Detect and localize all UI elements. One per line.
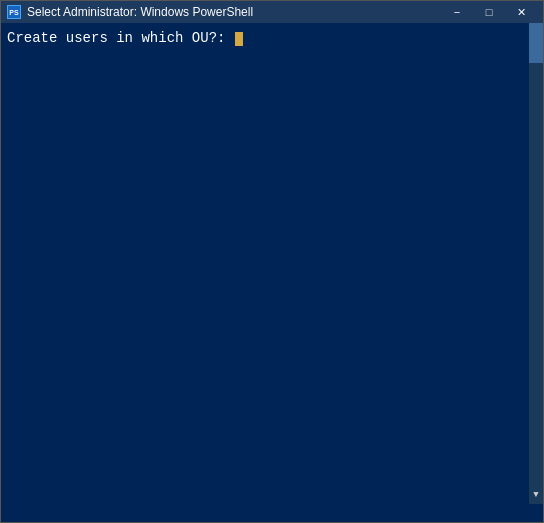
app-icon: PS [7, 5, 21, 19]
scrollbar-thumb[interactable] [529, 23, 543, 63]
powershell-window: PS Select Administrator: Windows PowerSh… [0, 0, 544, 523]
console-body[interactable]: Create users in which OU?: ▼ [1, 23, 543, 522]
ps-icon-badge: PS [7, 5, 21, 19]
cursor-block [235, 32, 243, 46]
prompt-line: Create users in which OU?: [7, 30, 234, 46]
close-button[interactable]: ✕ [505, 1, 537, 23]
console-output: Create users in which OU?: [3, 27, 541, 49]
minimize-button[interactable]: − [441, 1, 473, 23]
window-controls: − □ ✕ [441, 1, 537, 23]
scrollbar[interactable]: ▼ [529, 23, 543, 504]
scrollbar-down-button[interactable]: ▼ [529, 486, 543, 504]
maximize-button[interactable]: □ [473, 1, 505, 23]
window-title: Select Administrator: Windows PowerShell [27, 5, 441, 19]
titlebar: PS Select Administrator: Windows PowerSh… [1, 1, 543, 23]
